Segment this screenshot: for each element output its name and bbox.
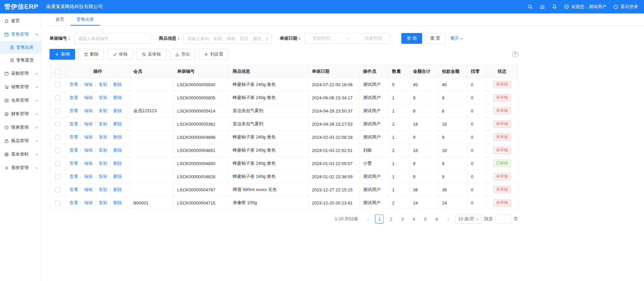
action-link-edit[interactable]: 编辑	[84, 108, 93, 113]
action-link-delete[interactable]: 删除	[113, 82, 122, 87]
bill-no-input[interactable]	[74, 33, 151, 44]
sidebar-item-retail-return[interactable]: 零售退货	[0, 54, 41, 67]
tab-retail-outbound[interactable]: 零售出库	[70, 13, 100, 26]
action-link-delete[interactable]: 删除	[113, 95, 122, 100]
add-button[interactable]: 新增	[49, 49, 75, 60]
action-link-view[interactable]: 查看	[69, 95, 78, 100]
action-link-view[interactable]: 查看	[69, 148, 78, 153]
action-link-edit[interactable]: 编辑	[84, 82, 93, 87]
sidebar-item-retail[interactable]: 零售管理	[0, 28, 41, 41]
delete-button[interactable]: 删除	[78, 49, 104, 60]
sidebar-item-retail-outbound[interactable]: 零售出库	[0, 41, 41, 54]
action-link-view[interactable]: 查看	[69, 121, 78, 126]
export-button-label: 导出	[181, 51, 190, 57]
home-portal-icon[interactable]	[540, 4, 545, 9]
sidebar-item-home[interactable]: 首页	[0, 14, 41, 28]
audit-button[interactable]: 审核	[107, 49, 133, 60]
action-link-edit[interactable]: 编辑	[84, 200, 93, 205]
action-link-copy[interactable]: 复制	[99, 134, 107, 139]
page-number-1[interactable]: 1	[375, 215, 384, 223]
action-link-copy[interactable]: 复制	[99, 174, 107, 179]
action-link-edit[interactable]: 编辑	[84, 95, 93, 100]
expand-link[interactable]: 展开	[450, 35, 463, 41]
next-page-icon[interactable]: ›	[444, 215, 452, 223]
action-link-view[interactable]: 查看	[69, 161, 78, 166]
search-icon[interactable]	[528, 4, 533, 9]
sidebar-item-warehouse[interactable]: 仓库管理	[0, 94, 41, 107]
action-link-edit[interactable]: 编辑	[84, 161, 93, 166]
action-link-view[interactable]: 查看	[69, 108, 78, 113]
row-checkbox[interactable]	[55, 161, 60, 166]
sidebar-item-purchase[interactable]: 采购管理	[0, 67, 41, 80]
action-link-view[interactable]: 查看	[69, 174, 78, 179]
help-icon[interactable]: ?	[512, 51, 518, 57]
action-link-copy[interactable]: 复制	[99, 82, 107, 87]
action-link-delete[interactable]: 删除	[113, 108, 122, 113]
action-link-edit[interactable]: 编辑	[84, 134, 93, 139]
page-size-select[interactable]: 10 条/页	[455, 214, 481, 224]
tab-home[interactable]: 首页	[49, 13, 70, 26]
sidebar-item-system[interactable]: 系统管理	[0, 161, 41, 175]
sidebar-item-goods[interactable]: 商品管理	[0, 134, 41, 148]
notification-bell-icon[interactable]	[552, 4, 557, 9]
row-checkbox[interactable]	[55, 82, 60, 87]
action-link-delete[interactable]: 删除	[113, 148, 122, 153]
row-checkbox[interactable]	[55, 200, 60, 206]
page-number-4[interactable]: 4	[409, 215, 418, 223]
row-checkbox[interactable]	[55, 108, 60, 114]
action-link-copy[interactable]: 复制	[99, 200, 107, 205]
row-checkbox[interactable]	[55, 95, 60, 100]
action-link-delete[interactable]: 删除	[113, 200, 122, 205]
action-link-copy[interactable]: 复制	[99, 161, 107, 166]
action-link-copy[interactable]: 复制	[99, 148, 107, 153]
logout-button[interactable]: 退出登录	[613, 4, 638, 10]
row-checkbox[interactable]	[55, 122, 60, 127]
page-number-5[interactable]: 5	[421, 215, 430, 223]
user-welcome[interactable]: 欢迎您，测试用户	[564, 4, 606, 10]
action-link-delete[interactable]: 删除	[113, 174, 122, 179]
page-number-2[interactable]: 2	[386, 215, 395, 223]
action-link-copy[interactable]: 复制	[99, 121, 107, 126]
action-link-copy[interactable]: 复制	[99, 108, 107, 113]
cell-goods: 蜂蜜柚子茶 240g 黄色	[229, 131, 308, 144]
action-link-view[interactable]: 查看	[69, 187, 78, 192]
action-link-delete[interactable]: 删除	[113, 161, 122, 166]
prev-page-icon[interactable]: ‹	[364, 215, 372, 223]
sidebar-item-basic-data[interactable]: 基本资料	[0, 148, 41, 161]
cell-member	[130, 131, 174, 144]
col-operator: 操作员	[360, 65, 388, 78]
row-checkbox[interactable]	[55, 187, 60, 192]
search-button[interactable]: 查 询	[401, 33, 422, 44]
sidebar-item-finance[interactable]: 财务管理	[0, 107, 41, 121]
page-number-3[interactable]: 3	[398, 215, 407, 223]
action-link-edit[interactable]: 编辑	[84, 187, 93, 192]
row-checkbox[interactable]	[55, 135, 60, 140]
page-number-6[interactable]: 6	[432, 215, 441, 223]
action-link-delete[interactable]: 删除	[113, 134, 122, 139]
action-link-copy[interactable]: 复制	[99, 187, 107, 192]
reset-button[interactable]: 重 置	[425, 33, 446, 44]
sidebar-item-sales[interactable]: 销售管理	[0, 80, 41, 94]
export-button[interactable]: 导出	[170, 49, 195, 60]
row-actions: 查看编辑复制删除	[66, 183, 130, 196]
goods-input[interactable]	[183, 33, 272, 44]
date-range-picker[interactable]: 开始时间 ~ 结束时间	[304, 33, 391, 44]
jump-page-input[interactable]	[496, 214, 511, 224]
action-link-edit[interactable]: 编辑	[84, 174, 93, 179]
row-checkbox[interactable]	[55, 174, 60, 179]
action-link-view[interactable]: 查看	[69, 82, 78, 87]
action-link-delete[interactable]: 删除	[113, 121, 122, 126]
table-row: 查看编辑复制删除 LSCK00000005362 雷达杀虫气雾剂 2024-04…	[50, 118, 518, 131]
action-link-edit[interactable]: 编辑	[84, 121, 93, 126]
action-link-view[interactable]: 查看	[69, 134, 78, 139]
action-link-delete[interactable]: 删除	[113, 187, 122, 192]
action-divider	[78, 82, 84, 87]
unaudit-button[interactable]: 反审核	[136, 49, 166, 60]
row-checkbox[interactable]	[55, 148, 60, 153]
action-link-edit[interactable]: 编辑	[84, 148, 93, 153]
sidebar-item-reports[interactable]: 报表查询	[0, 121, 41, 134]
action-link-copy[interactable]: 复制	[99, 95, 107, 100]
action-link-view[interactable]: 查看	[69, 200, 78, 205]
column-settings-button[interactable]: 列设置	[199, 49, 229, 60]
select-all-checkbox[interactable]	[55, 69, 60, 74]
